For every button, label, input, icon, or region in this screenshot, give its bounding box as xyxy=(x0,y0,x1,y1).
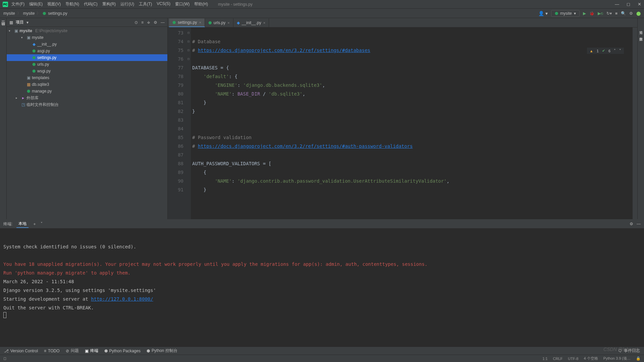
tree-item[interactable]: ◆__init__.py xyxy=(7,41,167,48)
tree-root[interactable]: ▾ ▣ mysite E:\Projects\mysite xyxy=(7,27,167,34)
breadcrumb-item[interactable]: mysite xyxy=(23,11,35,16)
tree-item[interactable]: ◳临时文件和控制台 xyxy=(7,101,167,108)
interpreter-info[interactable]: Python 3.9 (项… xyxy=(603,356,631,361)
menu-item[interactable]: 帮助(H) xyxy=(194,1,208,7)
tree-item[interactable]: ⬣wsgi.py xyxy=(7,68,167,74)
user-icon[interactable]: 👤 ▾ xyxy=(538,11,548,16)
run-with-coverage-icon[interactable]: ▶⎋ xyxy=(598,11,603,16)
menu-item[interactable]: 编辑(E) xyxy=(29,1,43,7)
chevron-up-icon[interactable]: ˄ xyxy=(614,49,616,53)
menu-item[interactable]: 窗口(W) xyxy=(175,1,190,7)
editor-tab[interactable]: ⬣urls.py× xyxy=(205,18,233,27)
file-encoding[interactable]: UTF-8 xyxy=(568,357,578,361)
menu-item[interactable]: 导航(N) xyxy=(65,1,79,7)
menu-item[interactable]: 运行(U) xyxy=(120,1,134,7)
tree-item[interactable]: ⬣manage.py xyxy=(7,88,167,95)
breadcrumb-item[interactable]: settings.py xyxy=(48,11,67,16)
menu-item[interactable]: 文件(F) xyxy=(11,1,24,7)
main-menu: 文件(F)编辑(E)视图(V)导航(N)代码(C)重构(R)运行(U)工具(T)… xyxy=(11,1,208,7)
navbar: mysite〉mysite〉⬣ settings.py 👤 ▾ ⬣ mysite… xyxy=(0,9,644,18)
search-icon[interactable]: 🔍 xyxy=(621,11,626,16)
tree-item[interactable]: ⬣urls.py xyxy=(7,61,167,68)
right-tool-strip[interactable]: 通知 数据库 xyxy=(637,18,644,219)
editor-body[interactable]: 73747576777879808182838485868788899091 ⊟… xyxy=(168,27,637,219)
chevron-down-icon[interactable]: ˅ xyxy=(619,49,621,53)
tree-item[interactable]: ⬣asgi.py xyxy=(7,48,167,54)
tool-tab-label: Python Packages xyxy=(109,349,141,353)
menu-item[interactable]: VCS(S) xyxy=(157,1,170,7)
menu-item[interactable]: 视图(V) xyxy=(47,1,61,7)
tool-tab[interactable]: ≡TODO xyxy=(44,349,59,353)
menu-item[interactable]: 代码(C) xyxy=(84,1,98,7)
inspection-widget[interactable]: ▲ 1 ✔ 6 ˄ ˅ xyxy=(587,48,624,54)
stop-icon[interactable]: ■ xyxy=(615,11,618,16)
tree-arrow-icon[interactable]: ▸ xyxy=(16,96,20,100)
gear-icon[interactable]: ⚙ xyxy=(154,20,157,25)
cursor-position[interactable]: 1:1 xyxy=(542,357,547,361)
tree-item[interactable]: ⬣settings.py xyxy=(7,54,167,61)
tree-item[interactable]: ▣templates xyxy=(7,74,167,81)
code-content[interactable]: # Database# https://docs.djangoproject.c… xyxy=(191,27,633,219)
terminal-output[interactable]: System check identified no issues (0 sil… xyxy=(0,228,644,347)
db-icon: ▦ xyxy=(26,82,31,87)
close-icon[interactable]: ✕ xyxy=(638,2,641,7)
tool-tab-label: 问题 xyxy=(71,348,79,354)
dj-icon: ⬣ xyxy=(32,69,36,73)
indent-info[interactable]: 4 个空格 xyxy=(584,356,598,361)
tool-tab[interactable]: ⎇Version Control xyxy=(4,349,38,353)
left-tool-strip[interactable]: ☰ 结构 xyxy=(0,18,7,219)
lock-icon[interactable]: 🔒 xyxy=(636,356,641,361)
maximize-icon[interactable]: ◻ xyxy=(627,2,630,7)
tool-tab-label: 终端 xyxy=(90,348,98,354)
tree-item-label: templates xyxy=(32,75,49,80)
fold-gutter[interactable]: ⊟⊟⊟⊟ xyxy=(186,27,191,219)
tool-tab-icon: ⬢ xyxy=(147,349,150,353)
more-run-icon[interactable]: ↻▾ xyxy=(606,11,612,16)
bottom-tool-tabs: ⎇Version Control≡TODO⊘问题▣终端⬢Python Packa… xyxy=(0,347,644,355)
run-config-selector[interactable]: ⬣ mysite ▾ xyxy=(551,10,580,17)
tool-tab-icon: ≡ xyxy=(44,349,46,353)
tool-tab-icon: ⊘ xyxy=(66,349,69,353)
chevron-down-icon[interactable]: ▾ xyxy=(26,20,29,25)
debug-icon[interactable]: 🐞 xyxy=(589,11,594,16)
project-tree[interactable]: ▾ ▣ mysite E:\Projects\mysite ▾▣mysite◆_… xyxy=(7,27,167,219)
hide-icon[interactable]: — xyxy=(161,20,165,25)
tree-item[interactable]: ▸▸外部库 xyxy=(7,95,167,101)
chevron-right-icon: 〉 xyxy=(17,10,21,16)
line-separator[interactable]: CRLF xyxy=(553,357,563,361)
editor-tab[interactable]: ◆__init__.py× xyxy=(233,18,269,27)
gear-icon[interactable]: ⚙ xyxy=(630,222,633,226)
status-left-icon[interactable]: ◻ xyxy=(3,356,6,361)
expand-icon[interactable]: ≡ xyxy=(141,20,144,25)
django-icon: ⬣ xyxy=(43,11,46,16)
menu-item[interactable]: 工具(T) xyxy=(139,1,152,7)
tree-item-label: 外部库 xyxy=(26,95,39,101)
locate-icon[interactable]: ⊙ xyxy=(135,20,138,25)
check-icon: ✔ xyxy=(602,49,605,53)
tool-tab[interactable]: ▣终端 xyxy=(85,348,98,354)
editor-scrollbar[interactable] xyxy=(633,27,637,219)
collapse-icon[interactable]: ≑ xyxy=(147,20,150,25)
close-tab-icon[interactable]: × xyxy=(263,21,265,25)
close-tab-icon[interactable]: × xyxy=(199,20,201,24)
minimize-icon[interactable]: — xyxy=(615,2,619,7)
chevron-down-icon[interactable]: ˅ xyxy=(41,222,43,226)
py-icon: ◆ xyxy=(237,20,240,25)
add-terminal-icon[interactable]: ＋ xyxy=(33,221,37,227)
tree-arrow-icon[interactable]: ▾ xyxy=(21,36,25,39)
hide-icon[interactable]: — xyxy=(637,222,641,226)
assist-icon[interactable]: ⬤ xyxy=(636,11,641,16)
tree-item[interactable]: ▦db.sqlite3 xyxy=(7,81,167,88)
close-tab-icon[interactable]: × xyxy=(227,21,229,25)
tree-item[interactable]: ▾▣mysite xyxy=(7,34,167,41)
menu-item[interactable]: 重构(R) xyxy=(102,1,116,7)
editor-tab[interactable]: ⬣settings.py× xyxy=(169,18,205,27)
tool-tab[interactable]: ⊘问题 xyxy=(66,348,79,354)
run-icon[interactable]: ▶ xyxy=(583,11,586,16)
breadcrumb-item[interactable]: mysite xyxy=(3,11,15,16)
tool-tab[interactable]: ⬢Python Packages xyxy=(104,349,141,353)
project-view-icon[interactable]: ▦ xyxy=(9,20,13,25)
terminal-tab-local[interactable]: 本地 xyxy=(16,220,29,228)
settings-icon[interactable]: ⚙ xyxy=(629,11,633,16)
tool-tab[interactable]: ⬢Python 控制台 xyxy=(147,348,177,354)
